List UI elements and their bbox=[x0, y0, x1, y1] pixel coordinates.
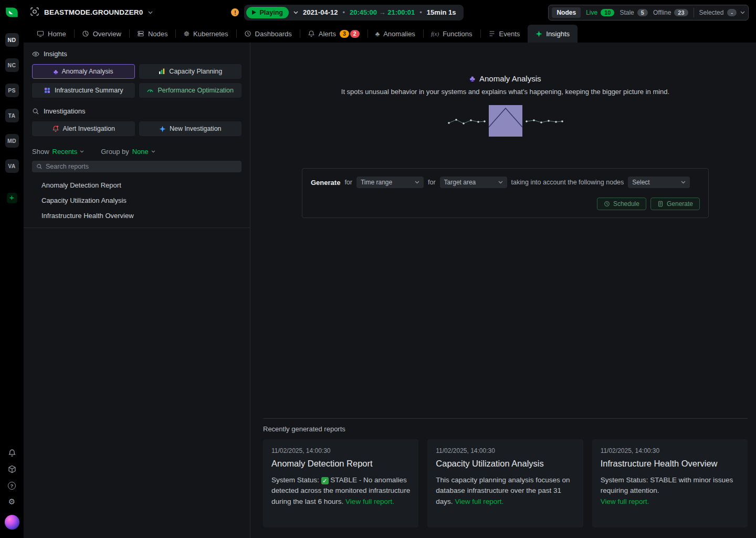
stale-nodes-filter[interactable]: Stale 5 bbox=[620, 9, 647, 16]
investigations-section-header: Investigations bbox=[32, 107, 242, 115]
settings-gear-icon[interactable]: ⚙ bbox=[8, 498, 16, 506]
generate-label: Generate bbox=[311, 179, 340, 187]
space-tile-va[interactable]: VA bbox=[5, 159, 19, 173]
view-full-report-link[interactable]: View full report. bbox=[345, 498, 394, 505]
new-investigation-button[interactable]: New Investigation bbox=[139, 121, 242, 136]
app-root: ND NC PS TA MD VA + ? ⚙ BEASTMODE.GROUN bbox=[0, 0, 756, 538]
selected-value-badge: - bbox=[727, 9, 737, 16]
space-switcher[interactable]: BEASTMODE.GROUNDZER0 bbox=[30, 7, 153, 18]
tab-dashboards[interactable]: Dashboards bbox=[236, 25, 300, 43]
chevron-down-icon bbox=[151, 150, 155, 153]
live-count-badge: 10 bbox=[601, 9, 614, 16]
eye-icon bbox=[32, 50, 39, 58]
report-list-item[interactable]: Infrastructure Health Overview bbox=[32, 208, 242, 223]
performance-optimization-button[interactable]: Performance Optimization bbox=[139, 83, 242, 98]
capacity-planning-button[interactable]: Capacity Planning bbox=[139, 64, 242, 79]
selected-nodes-dropdown[interactable]: Selected - bbox=[699, 9, 745, 16]
report-list-item[interactable]: Anomaly Detection Report bbox=[32, 178, 242, 193]
group-by-label: Group by bbox=[101, 148, 129, 156]
search-icon bbox=[36, 163, 43, 170]
tab-kubernetes[interactable]: ☸ Kubernetes bbox=[175, 25, 236, 43]
space-tile-nc[interactable]: NC bbox=[5, 58, 19, 72]
duration-value: 15min 1s bbox=[427, 8, 456, 16]
report-list-item[interactable]: Capacity Utilization Analysis bbox=[32, 193, 242, 208]
magnifier-icon bbox=[32, 108, 39, 115]
space-tile-md[interactable]: MD bbox=[5, 134, 19, 148]
help-icon[interactable]: ? bbox=[8, 481, 16, 490]
search-reports-input[interactable] bbox=[32, 161, 242, 172]
recently-generated-reports: Recently generated reports 11/02/2025, 1… bbox=[263, 418, 748, 527]
date-range-picker[interactable]: Playing 2021-04-12 • 20:45:00 → 21:00:01… bbox=[244, 5, 463, 20]
stale-count-badge: 5 bbox=[637, 9, 648, 16]
workspace-rail: ND NC PS TA MD VA + ? ⚙ bbox=[0, 0, 24, 538]
show-label: Show bbox=[32, 148, 49, 156]
tab-events[interactable]: Events bbox=[480, 25, 528, 43]
overview-icon bbox=[82, 30, 89, 37]
alert-investigation-button[interactable]: Alert Investigation bbox=[32, 121, 135, 136]
recent-reports-list: Anomaly Detection Report Capacity Utiliz… bbox=[32, 178, 242, 223]
reports-section-header: Recently generated reports bbox=[263, 425, 748, 433]
live-nodes-filter[interactable]: Live 10 bbox=[586, 9, 614, 16]
chevron-down-icon[interactable] bbox=[293, 11, 298, 14]
nodes-select[interactable]: Select bbox=[628, 177, 690, 188]
main-nav: Home Overview Nodes ☸ Kubernetes Dashboa… bbox=[24, 25, 756, 43]
anomaly-club-icon: ♣ bbox=[54, 68, 58, 75]
status-check-icon: ✓ bbox=[321, 477, 329, 484]
warning-icon[interactable]: ! bbox=[231, 8, 239, 16]
tab-anomalies[interactable]: ♣ Anomalies bbox=[368, 25, 423, 43]
play-icon bbox=[252, 10, 256, 15]
show-dropdown[interactable]: Recents bbox=[52, 148, 85, 156]
functions-icon: f(x) bbox=[431, 30, 439, 37]
tab-nodes[interactable]: Nodes bbox=[129, 25, 176, 43]
chevron-down-icon bbox=[681, 181, 686, 184]
tab-home[interactable]: Home bbox=[29, 25, 74, 43]
group-by-dropdown[interactable]: None bbox=[132, 148, 155, 156]
infrastructure-summary-button[interactable]: Infrastructure Summary bbox=[32, 83, 135, 98]
tab-alerts[interactable]: Alerts 3 2 bbox=[300, 25, 368, 43]
anomaly-analysis-button[interactable]: ♣ Anomaly Analysis bbox=[32, 64, 135, 79]
chevron-down-icon bbox=[80, 150, 84, 153]
target-area-select[interactable]: Target area bbox=[440, 177, 507, 188]
report-card[interactable]: 11/02/2025, 14:00:30 Anomaly Detection R… bbox=[263, 439, 418, 527]
report-card[interactable]: 11/02/2025, 14:00:30 Infrastructure Heal… bbox=[592, 439, 748, 527]
tab-overview[interactable]: Overview bbox=[74, 25, 129, 43]
view-full-report-link[interactable]: View full report. bbox=[601, 498, 649, 505]
time-range-value: 20:45:00 → 21:00:01 bbox=[350, 8, 415, 16]
space-name: BEASTMODE.GROUNDZER0 bbox=[44, 8, 143, 16]
anomalies-icon: ♣ bbox=[375, 30, 380, 37]
bullet: • bbox=[342, 8, 345, 16]
space-tile-nd[interactable]: ND bbox=[5, 33, 19, 47]
tab-functions[interactable]: f(x) Functions bbox=[423, 25, 480, 43]
integrations-cube-icon[interactable] bbox=[8, 465, 16, 473]
space-tile-ta[interactable]: TA bbox=[5, 109, 19, 122]
report-card[interactable]: 11/02/2025, 14:00:30 Capacity Utilizatio… bbox=[427, 439, 583, 527]
tab-insights[interactable]: Insights bbox=[528, 25, 578, 43]
anomaly-club-icon: ♣ bbox=[469, 75, 475, 83]
rail-bottom-icons: ? ⚙ bbox=[5, 449, 19, 538]
report-title: Capacity Utilization Analysis bbox=[436, 459, 574, 469]
anomaly-illustration bbox=[447, 104, 564, 138]
date-value: 2021-04-12 bbox=[303, 8, 338, 16]
anomaly-analysis-main: ♣ Anomaly Analysis It spots unusual beha… bbox=[250, 43, 756, 538]
chevron-down-icon bbox=[415, 181, 419, 184]
user-avatar[interactable] bbox=[5, 515, 19, 530]
netdata-logo-icon[interactable] bbox=[5, 5, 19, 19]
space-tile-ps[interactable]: PS bbox=[5, 84, 19, 97]
schedule-button[interactable]: Schedule bbox=[597, 198, 646, 210]
view-full-report-link[interactable]: View full report. bbox=[455, 498, 503, 505]
notifications-bell-icon[interactable] bbox=[8, 449, 16, 457]
grid-icon bbox=[44, 87, 51, 94]
nodes-filter-button[interactable]: Nodes bbox=[552, 7, 581, 18]
offline-nodes-filter[interactable]: Offline 23 bbox=[653, 9, 688, 16]
clock-icon bbox=[604, 201, 610, 207]
dashboards-icon bbox=[244, 30, 251, 37]
sparkle-icon bbox=[159, 126, 166, 132]
chevron-down-icon bbox=[148, 11, 153, 14]
generate-report-panel: Generate for Time range for Target area bbox=[302, 168, 709, 218]
time-range-select[interactable]: Time range bbox=[356, 177, 424, 188]
events-icon bbox=[488, 30, 496, 37]
playing-button[interactable]: Playing bbox=[246, 7, 288, 18]
generate-button[interactable]: Generate bbox=[650, 198, 700, 210]
add-space-button[interactable]: + bbox=[7, 193, 17, 203]
bar-chart-icon bbox=[158, 68, 165, 75]
